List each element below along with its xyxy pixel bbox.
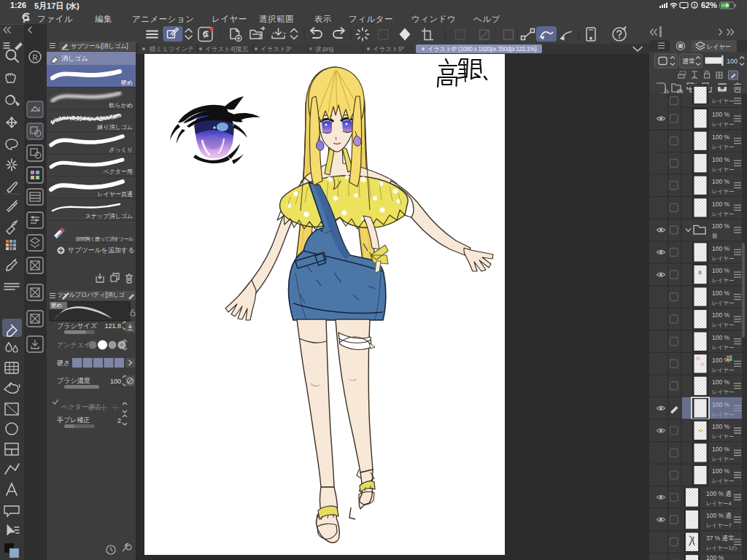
svg-text:レイヤー: レイヤー xyxy=(712,121,735,128)
svg-text:レイヤー貫通: レイヤー貫通 xyxy=(97,190,133,198)
svg-text:レイヤー7: レイヤー7 xyxy=(706,522,732,529)
svg-text:服: 服 xyxy=(712,233,718,239)
svg-text:レイヤー4: レイヤー4 xyxy=(706,500,732,507)
svg-text:レイヤー: レイヤー xyxy=(712,367,735,373)
svg-text:100 %: 100 % xyxy=(712,267,730,274)
svg-text:レイヤー: レイヤー xyxy=(707,44,731,50)
svg-text:100 %: 100 % xyxy=(712,334,730,341)
svg-text:レイヤー: レイヤー xyxy=(712,433,735,440)
svg-text:100 %: 100 % xyxy=(712,222,730,230)
svg-text:レイヤー: レイヤー xyxy=(712,300,735,306)
svg-text:硬め: 硬め xyxy=(121,79,133,86)
svg-text:100 %: 100 % xyxy=(706,554,724,560)
svg-text:100 %: 100 % xyxy=(712,156,730,163)
svg-text:レイヤー: レイヤー xyxy=(712,322,735,328)
svg-text:レイヤー: レイヤー xyxy=(712,166,735,173)
svg-text:100 %: 100 % xyxy=(712,111,730,118)
svg-text:レイヤー: レイヤー xyxy=(712,277,735,284)
svg-text:100 %: 100 % xyxy=(712,201,730,208)
svg-text:レイヤー: レイヤー xyxy=(712,98,735,104)
svg-text:レイヤー: レイヤー xyxy=(712,411,735,418)
svg-text:100: 100 xyxy=(727,58,738,65)
svg-text:100 %: 100 % xyxy=(712,178,730,185)
svg-text:レイヤー: レイヤー xyxy=(712,255,735,262)
svg-text:スナップ消しゴム: スナップ消しゴム xyxy=(85,213,133,219)
svg-text:レイヤー: レイヤー xyxy=(712,478,735,484)
svg-text:100 %: 100 % xyxy=(712,401,730,408)
svg-text:レイヤー: レイヤー xyxy=(712,144,735,150)
svg-text:100 % 通: 100 % 通 xyxy=(706,512,732,519)
svg-text:レイヤー: レイヤー xyxy=(712,456,735,462)
svg-text:通常: 通常 xyxy=(682,58,695,65)
svg-text:100 %: 100 % xyxy=(712,133,730,141)
svg-text:100 %: 100 % xyxy=(712,245,730,252)
svg-text:軟らかめ: 軟らかめ xyxy=(109,102,133,109)
svg-text:100 %: 100 % xyxy=(712,289,730,297)
svg-text:レイヤー: レイヤー xyxy=(712,188,735,195)
svg-text:100 %: 100 % xyxy=(712,378,730,386)
svg-text:R: R xyxy=(33,54,38,62)
svg-text:100 %: 100 % xyxy=(712,311,730,319)
svg-text:レイヤー: レイヤー xyxy=(712,389,735,395)
svg-text:隙間無く囲って消すツール: 隙間無く囲って消すツール xyxy=(76,236,133,242)
svg-text:100 %: 100 % xyxy=(712,467,730,475)
svg-text:37 % 通常: 37 % 通常 xyxy=(706,534,735,542)
svg-text:100 %: 100 % xyxy=(712,423,730,430)
svg-text:62%: 62% xyxy=(701,1,717,9)
svg-text:ベクター用: ベクター用 xyxy=(103,168,133,175)
svg-text:100 %: 100 % xyxy=(712,446,730,453)
svg-text:練り消しゴム: 練り消しゴム xyxy=(96,124,133,131)
svg-text:ざっくり: ざっくり xyxy=(109,147,133,153)
svg-text:レイヤー: レイヤー xyxy=(712,344,735,351)
svg-text:レイヤー1の: レイヤー1の xyxy=(706,545,737,551)
svg-text:レイヤー: レイヤー xyxy=(712,211,735,217)
svg-text:100 % 通: 100 % 通 xyxy=(706,490,732,497)
